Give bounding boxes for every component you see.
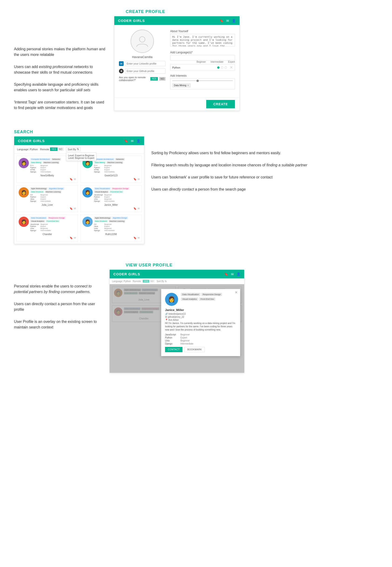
user-avatar-chandler[interactable]: 👩 — [19, 217, 29, 227]
about-textarea[interactable]: Hi I'm Jane. I'm currently working on a … — [170, 34, 235, 47]
create-app-header: CODER GIRLS 🔖 ✉ 👤 — [114, 16, 239, 25]
modal-skill-3-level: Beginner — [181, 339, 190, 342]
modal-linkedin[interactable]: 🔗 linkedin/janice22 — [165, 313, 236, 315]
beginner-header: Beginner — [196, 60, 206, 63]
ruth-bookmark-icon[interactable]: 🔖 — [133, 236, 137, 239]
search-annotation-4: Users can directly contact a person from… — [151, 187, 378, 192]
create-annotation-2: Users can add existing professional netw… — [14, 64, 107, 75]
search-user-icon[interactable]: 👤 — [136, 139, 140, 143]
user-card-julia: 👩 Agile Methodology Algorithm Design Dat… — [16, 185, 78, 212]
chandler-bookmark-icon[interactable]: 🔖 — [70, 236, 73, 239]
user-icon[interactable]: 👤 — [232, 19, 236, 23]
geek-message-icon[interactable]: ✉ — [138, 178, 140, 181]
julia-bookmark-icon[interactable]: 🔖 — [70, 207, 73, 210]
expert-header: Expert — [228, 60, 235, 63]
search-results: 👩 Computer Architecture Networks Data Mi… — [14, 154, 144, 244]
modal-tag-3: Visual Analytics — [181, 297, 198, 301]
language-label: Add Language(s)* — [170, 51, 235, 54]
language-filter: Language: Python — [17, 148, 38, 151]
search-app-window: CODER GIRLS 🔖 ✉ 👤 Language: Python Remot… — [14, 136, 144, 244]
vp-bookmark-icon[interactable]: 🔖 — [224, 272, 228, 276]
ruth-tag-1: Agile Methodology — [94, 217, 111, 219]
modal-skill-3-name: Unix — [165, 339, 179, 342]
modal-close-icon[interactable]: ✕ — [235, 291, 238, 294]
svg-point-0 — [140, 37, 145, 42]
github-input[interactable] — [125, 69, 166, 74]
vp-annotation-2: Users can directly contact a person from… — [14, 301, 102, 312]
contact-button[interactable]: CONTACT — [165, 347, 182, 352]
vp-search-bar-bg: Language: Python Remote YES NO Sort By ⇅ — [110, 278, 244, 284]
create-section-label: CREATE PROFILE — [126, 9, 165, 14]
search-app-title: CODER GIRLS — [18, 139, 45, 143]
remove-skill-icon[interactable]: ✕ — [230, 65, 233, 70]
no-button[interactable]: NO — [159, 77, 166, 81]
avatar-upload[interactable] — [131, 29, 154, 53]
modal-skills: JavaScript Beginner Python Expert Unix B… — [165, 333, 236, 345]
remove-tag-icon[interactable]: ✕ — [187, 84, 189, 87]
modal-tag-4: Front End Dev — [199, 297, 215, 301]
chandler-tag-4: Front-End Dev — [46, 220, 60, 222]
janice-tag-4: Front-End Dev — [109, 190, 123, 193]
yes-button[interactable]: YES — [150, 77, 158, 81]
ruth-tag-3: Data Structure — [94, 220, 108, 222]
janice-bookmark-icon[interactable]: 🔖 — [133, 207, 137, 210]
user-avatar-julia[interactable]: 👩 — [19, 187, 29, 198]
betty-message-icon[interactable]: ✉ — [74, 178, 76, 181]
modal-actions: CONTACT BOOKMARK — [165, 347, 236, 352]
remote-label: Are you open to remote collaboration?* — [119, 76, 149, 82]
interests-slider[interactable] — [172, 80, 233, 81]
vp-user-icon[interactable]: 👤 — [237, 272, 240, 276]
data-mining-tag: Data Mining ✕ — [172, 83, 191, 87]
chandler-message-icon[interactable]: ✉ — [74, 236, 76, 239]
sort-option-2[interactable]: Level: Beginner to Expert — [68, 157, 94, 159]
view-profile-section-label: VIEW USER PROFILE — [126, 263, 172, 267]
janice-tag-2: Responsive Design — [112, 187, 129, 190]
bookmark-icon[interactable]: 🔖 — [220, 19, 224, 23]
vp-app-header: CODER GIRLS 🔖 ✉ 👤 — [110, 270, 244, 278]
ruth-tag-2: Algorithm Design — [112, 217, 128, 219]
remote-no-toggle[interactable]: NO — [57, 147, 64, 151]
geek-bookmark-icon[interactable]: 🔖 — [133, 178, 137, 181]
modal-skill-1-level: Beginner — [181, 333, 190, 336]
user-avatar-janice[interactable]: 👩 — [83, 187, 93, 198]
modal-github[interactable]: ⚙ github/jenny_22 — [165, 316, 236, 318]
python-label: Python — [172, 66, 216, 69]
linkedin-input[interactable] — [125, 61, 166, 66]
betty-bookmark-icon[interactable]: 🔖 — [70, 178, 73, 181]
remote-yes-toggle[interactable]: YES — [50, 147, 57, 151]
user-avatar-ruth[interactable]: 👩 — [83, 217, 93, 227]
ruth-message-icon[interactable]: ✉ — [138, 236, 140, 239]
expert-radio[interactable] — [225, 66, 227, 69]
intermediate-radio[interactable] — [221, 66, 223, 69]
modal-tag-1: Data Visualisation — [181, 293, 200, 296]
vp-annotation-1: Personal stories enable the users to con… — [14, 284, 102, 295]
julia-message-icon[interactable]: ✉ — [74, 207, 76, 210]
profile-modal: ✕ 👩 Data Visualisation Responsive Design… — [161, 289, 240, 356]
betty-name: NewGirlBetty — [19, 174, 76, 177]
janice-message-icon[interactable]: ✉ — [138, 207, 140, 210]
search-section-label: SEARCH — [14, 130, 33, 134]
message-icon[interactable]: ✉ — [226, 19, 229, 23]
modal-bookmark-button[interactable]: BOOKMARK — [184, 347, 205, 352]
user-card-ruth: 👩 Agile Methodology Algorithm Design Dat… — [80, 215, 142, 242]
julia-tag-4: Machine Learning — [45, 190, 62, 193]
username-display: HavanaCamilla — [132, 55, 153, 59]
user-avatar-betty[interactable]: 👩 — [19, 158, 29, 168]
sort-option-1[interactable]: Level: Expert to Beginner — [68, 154, 94, 157]
language-input[interactable] — [170, 55, 235, 60]
vp-message-icon[interactable]: ✉ — [231, 272, 234, 276]
modal-skill-1-name: JavaScript — [165, 333, 179, 336]
create-button[interactable]: CREATE — [206, 100, 235, 108]
search-bookmark-icon[interactable]: 🔖 — [124, 139, 128, 143]
sort-button[interactable]: Sort By ⇅ — [66, 147, 81, 151]
chandler-tag-3: Visual Analytics — [30, 220, 45, 222]
intermediate-header: Intermediate — [211, 60, 224, 63]
ruth-tag-4: Machine Learning — [109, 220, 126, 222]
search-message-icon[interactable]: ✉ — [131, 139, 134, 143]
beginner-radio[interactable] — [217, 66, 220, 69]
julia-tag-2: Algorithm Design — [48, 187, 64, 190]
julia-name: Julia_Love — [19, 204, 76, 206]
interests-input-area[interactable]: Data Mining ✕ — [170, 78, 235, 89]
julia-tag-3: Data Structure — [30, 190, 44, 193]
modal-bio: Hi! I'm Janice. I'm currently working on… — [165, 322, 236, 332]
